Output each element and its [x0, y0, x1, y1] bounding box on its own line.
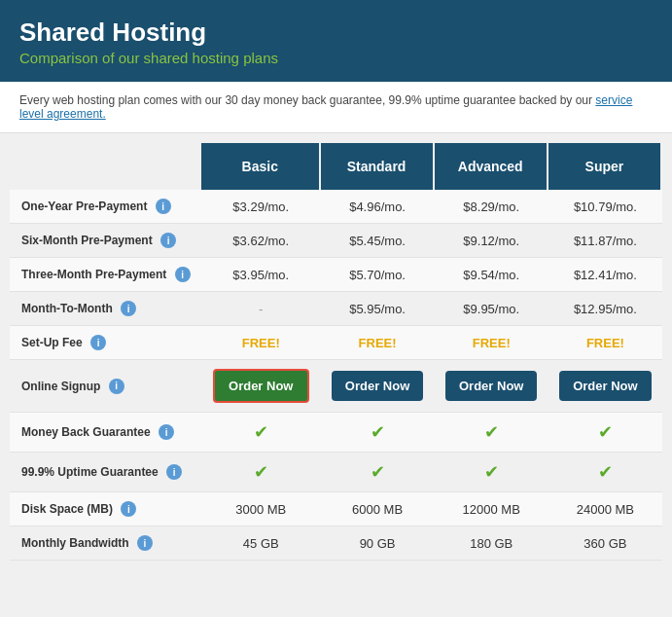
cell-3-advanced: $9.95/mo.: [435, 292, 548, 326]
price-super: 360 GB: [584, 536, 626, 551]
cell-8-standard: 6000 MB: [321, 492, 435, 526]
cell-2-advanced: $9.54/mo.: [435, 258, 548, 292]
check-mark-basic: ✔: [254, 422, 268, 442]
cell-0-standard: $4.96/mo.: [321, 190, 435, 224]
cell-3-standard: $5.95/mo.: [321, 292, 435, 326]
row-label-text: Online Signup: [21, 379, 100, 392]
check-mark-advanced: ✔: [484, 422, 499, 442]
order-btn-advanced[interactable]: Order Now: [445, 371, 537, 401]
cell-7-standard: ✔: [321, 453, 435, 492]
cell-1-super: $11.87/mo.: [548, 224, 662, 258]
price-standard: $5.45/mo.: [349, 234, 406, 248]
price-basic: $3.29/mo.: [232, 200, 289, 214]
pricing-table-wrapper: Basic Standard Advanced Super One-Year P…: [0, 133, 672, 570]
cell-0-basic: $3.29/mo.: [201, 190, 320, 224]
cell-5-advanced[interactable]: Order Now: [435, 360, 548, 413]
cell-9-super: 360 GB: [548, 526, 662, 561]
check-mark-super: ✔: [598, 422, 613, 442]
price-standard: $5.70/mo.: [349, 268, 406, 282]
info-icon-9[interactable]: i: [137, 535, 153, 551]
price-super: 24000 MB: [577, 502, 634, 517]
row-label-text: 99.9% Uptime Guarantee: [21, 465, 159, 479]
cell-6-standard: ✔: [321, 413, 435, 453]
cell-8-basic: 3000 MB: [201, 492, 320, 526]
row-label-text: Monthly Bandwidth: [21, 536, 129, 550]
order-btn-standard[interactable]: Order Now: [332, 371, 423, 401]
price-standard: $5.95/mo.: [349, 302, 406, 316]
cell-2-standard: $5.70/mo.: [321, 258, 435, 292]
check-mark-standard: ✔: [371, 462, 385, 482]
col-header-basic: Basic: [201, 143, 320, 190]
cell-8-advanced: 12000 MB: [435, 492, 548, 526]
cell-6-advanced: ✔: [435, 413, 548, 453]
row-label-text: One-Year Pre-Payment: [21, 200, 147, 213]
dash-basic: -: [259, 302, 263, 316]
row-label-1: Six-Month Pre-Payment i: [10, 224, 201, 258]
price-standard: 90 GB: [360, 536, 396, 551]
col-header-advanced: Advanced: [435, 143, 548, 190]
cell-2-basic: $3.95/mo.: [201, 258, 320, 292]
info-icon-8[interactable]: i: [121, 501, 136, 517]
row-label-7: 99.9% Uptime Guarantee i: [10, 453, 201, 492]
price-advanced: $9.54/mo.: [463, 268, 519, 282]
cell-2-super: $12.41/mo.: [548, 258, 662, 292]
check-mark-super: ✔: [598, 462, 613, 482]
price-super: $12.95/mo.: [574, 302, 637, 316]
info-icon-6[interactable]: i: [159, 424, 174, 440]
row-label-5: Online Signup i: [10, 360, 201, 413]
info-icon-0[interactable]: i: [156, 199, 171, 214]
cell-1-advanced: $9.12/mo.: [435, 224, 548, 258]
price-advanced: 180 GB: [470, 536, 513, 551]
free-label: FREE!: [242, 336, 280, 350]
cell-5-basic[interactable]: Order Now: [201, 360, 320, 413]
cell-4-advanced: FREE!: [435, 326, 548, 360]
col-header-super: Super: [548, 143, 662, 190]
row-label-text: Money Back Guarantee: [21, 425, 151, 439]
free-label: FREE!: [586, 336, 624, 350]
price-advanced: 12000 MB: [463, 502, 520, 517]
info-icon-1[interactable]: i: [160, 233, 176, 248]
free-label: FREE!: [359, 336, 397, 350]
cell-6-super: ✔: [548, 413, 662, 453]
check-mark-basic: ✔: [254, 462, 268, 482]
intro-section: Every web hosting plan comes with our 30…: [0, 82, 672, 133]
cell-3-basic: -: [201, 292, 320, 326]
col-header-standard: Standard: [321, 143, 435, 190]
cell-9-advanced: 180 GB: [435, 526, 548, 561]
cell-7-basic: ✔: [201, 453, 320, 492]
cell-3-super: $12.95/mo.: [548, 292, 662, 326]
price-standard: 6000 MB: [352, 502, 403, 517]
row-label-text: Month-To-Month: [21, 302, 113, 315]
order-btn-super[interactable]: Order Now: [559, 371, 651, 401]
row-label-3: Month-To-Month i: [10, 292, 201, 326]
check-mark-advanced: ✔: [484, 462, 499, 482]
order-btn-basic[interactable]: Order Now: [213, 369, 308, 403]
cell-4-standard: FREE!: [321, 326, 435, 360]
row-label-0: One-Year Pre-Payment i: [10, 190, 201, 224]
row-label-text: Disk Space (MB): [21, 502, 113, 516]
cell-5-standard[interactable]: Order Now: [321, 360, 435, 413]
price-super: $10.79/mo.: [574, 200, 637, 214]
row-label-9: Monthly Bandwidth i: [10, 526, 201, 561]
cell-9-standard: 90 GB: [321, 526, 435, 561]
check-mark-standard: ✔: [371, 422, 385, 442]
cell-4-super: FREE!: [548, 326, 662, 360]
info-icon-2[interactable]: i: [175, 267, 191, 282]
info-icon-3[interactable]: i: [121, 301, 136, 316]
page-title: Shared Hosting: [19, 18, 653, 48]
cell-1-basic: $3.62/mo.: [201, 224, 320, 258]
info-icon-7[interactable]: i: [166, 464, 182, 480]
info-icon-5[interactable]: i: [109, 379, 124, 394]
cell-7-advanced: ✔: [435, 453, 548, 492]
row-label-text: Three-Month Pre-Payment: [21, 268, 166, 281]
row-label-4: Set-Up Fee i: [10, 326, 201, 360]
price-advanced: $8.29/mo.: [463, 200, 519, 214]
cell-6-basic: ✔: [201, 413, 320, 453]
row-label-text: Set-Up Fee: [21, 336, 83, 349]
cell-5-super[interactable]: Order Now: [548, 360, 662, 413]
header: Shared Hosting Comparison of our shared …: [0, 0, 672, 82]
pricing-table: Basic Standard Advanced Super One-Year P…: [10, 143, 662, 561]
price-advanced: $9.12/mo.: [463, 234, 519, 248]
price-basic: $3.95/mo.: [232, 268, 289, 282]
info-icon-4[interactable]: i: [90, 335, 106, 350]
